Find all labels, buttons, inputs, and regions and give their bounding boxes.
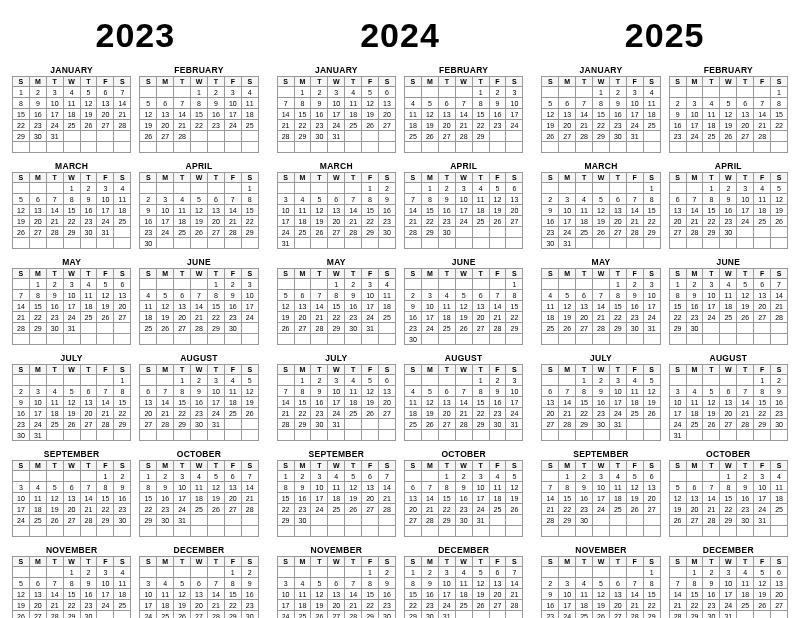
day-cell: 5	[720, 98, 737, 109]
day-header: F	[362, 173, 379, 183]
day-cell	[13, 471, 30, 482]
day-cell	[643, 515, 660, 526]
month-table: SMTWTFS123456789101112131415161718192021…	[12, 364, 131, 441]
month-title: APRIL	[139, 161, 258, 171]
day-cell: 9	[311, 98, 328, 109]
day-cell	[593, 526, 610, 537]
day-cell: 13	[114, 290, 131, 301]
day-header: F	[626, 173, 643, 183]
day-cell: 29	[294, 131, 311, 142]
day-cell: 12	[174, 589, 191, 600]
day-cell: 7	[703, 482, 720, 493]
month-title: MARCH	[541, 161, 660, 171]
day-cell: 13	[405, 493, 422, 504]
day-cell: 26	[421, 131, 438, 142]
day-cell	[559, 142, 576, 153]
day-cell: 25	[114, 216, 131, 227]
day-cell: 27	[542, 419, 559, 430]
day-cell: 4	[114, 567, 131, 578]
day-cell: 27	[609, 227, 626, 238]
day-cell	[294, 430, 311, 441]
day-header: S	[277, 173, 294, 183]
day-cell	[207, 183, 224, 194]
day-cell	[191, 183, 208, 194]
day-cell	[686, 334, 703, 345]
day-cell: 23	[771, 408, 788, 419]
day-cell: 2	[379, 183, 396, 194]
day-cell: 24	[737, 216, 754, 227]
day-header: F	[362, 557, 379, 567]
month-table: SMTWTFS123456789101112131415161718192021…	[404, 172, 523, 249]
day-cell: 16	[241, 589, 258, 600]
day-cell: 20	[609, 216, 626, 227]
day-cell: 5	[207, 471, 224, 482]
day-cell: 14	[455, 109, 472, 120]
day-header: M	[294, 365, 311, 375]
day-header: W	[191, 365, 208, 375]
day-cell: 23	[609, 120, 626, 131]
day-cell: 30	[191, 419, 208, 430]
day-cell: 15	[421, 205, 438, 216]
month-block: SEPTEMBERSMTWTFS123456789101112131415161…	[12, 449, 131, 537]
day-cell: 15	[174, 397, 191, 408]
day-cell	[63, 430, 80, 441]
day-cell: 28	[277, 131, 294, 142]
month-table: SMTWTFS123456789101112131415161718192021…	[404, 460, 523, 537]
day-cell: 29	[29, 323, 46, 334]
month-block: NOVEMBERSMTWTFS1234567891011121314151617…	[541, 545, 660, 618]
day-cell: 6	[669, 194, 686, 205]
day-cell: 10	[703, 290, 720, 301]
day-cell	[686, 471, 703, 482]
day-cell: 27	[438, 131, 455, 142]
day-cell: 1	[97, 471, 114, 482]
day-cell: 7	[157, 386, 174, 397]
day-cell: 17	[241, 301, 258, 312]
month-block: OCTOBERSMTWTFS12345678910111213141516171…	[404, 449, 523, 537]
day-header: T	[576, 269, 593, 279]
day-cell: 20	[174, 312, 191, 323]
day-cell: 26	[593, 227, 610, 238]
day-cell: 14	[593, 301, 610, 312]
day-cell: 10	[63, 290, 80, 301]
day-cell: 14	[241, 482, 258, 493]
day-cell: 23	[311, 408, 328, 419]
day-cell: 2	[46, 279, 63, 290]
day-cell: 16	[737, 493, 754, 504]
day-cell: 1	[174, 375, 191, 386]
day-cell	[542, 567, 559, 578]
day-cell: 29	[362, 611, 379, 619]
day-header: W	[455, 461, 472, 471]
month-title: OCTOBER	[139, 449, 258, 459]
day-cell: 21	[345, 216, 362, 227]
day-cell	[63, 131, 80, 142]
day-cell: 27	[771, 600, 788, 611]
day-cell: 1	[771, 87, 788, 98]
day-cell	[311, 183, 328, 194]
month-block: AUGUSTSMTWTFS123456789101112131415161718…	[139, 353, 258, 441]
day-cell: 2	[311, 375, 328, 386]
day-cell: 24	[506, 120, 523, 131]
day-cell	[328, 142, 345, 153]
month-table: SMTWTFS123456789101112131415161718192021…	[277, 364, 396, 441]
day-cell: 3	[472, 471, 489, 482]
day-cell: 10	[455, 194, 472, 205]
day-cell	[405, 526, 422, 537]
day-header: T	[174, 461, 191, 471]
day-cell	[114, 131, 131, 142]
day-cell: 13	[207, 205, 224, 216]
day-cell	[362, 131, 379, 142]
day-cell: 1	[703, 183, 720, 194]
day-cell: 19	[140, 120, 157, 131]
day-cell: 4	[771, 471, 788, 482]
day-cell: 29	[669, 323, 686, 334]
day-cell	[472, 227, 489, 238]
day-cell: 12	[542, 109, 559, 120]
day-cell: 18	[771, 493, 788, 504]
day-cell: 23	[241, 600, 258, 611]
day-cell	[771, 131, 788, 142]
day-cell: 25	[191, 504, 208, 515]
day-cell: 5	[593, 194, 610, 205]
day-cell	[593, 515, 610, 526]
day-cell: 14	[191, 301, 208, 312]
day-cell: 19	[489, 205, 506, 216]
